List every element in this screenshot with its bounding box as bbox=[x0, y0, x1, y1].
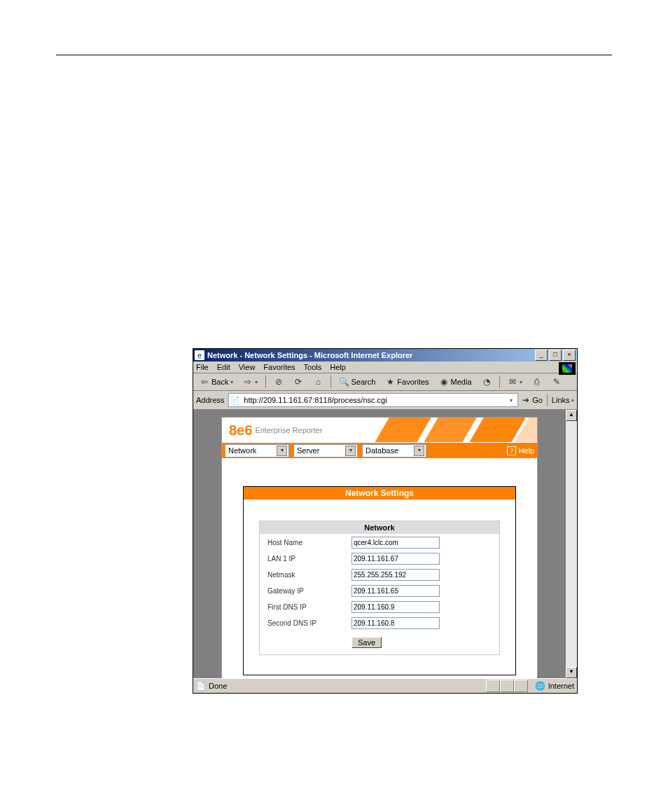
brand-bar: 8e6 Enterprise Reporter bbox=[222, 418, 537, 443]
input-lan1[interactable] bbox=[352, 553, 440, 565]
toolbar: ⇦ Back ▾ ⇨ ▾ ⊘ ⟳ ⌂ 🔍 Search ★ Favorites … bbox=[193, 373, 577, 391]
minimize-button[interactable]: _ bbox=[535, 350, 548, 361]
server-dropdown[interactable]: Server ▾ bbox=[293, 444, 358, 457]
label-gateway: Gateway IP bbox=[267, 587, 352, 595]
zone-text: Internet bbox=[548, 682, 574, 690]
titlebar: e Network - Network Settings - Microsoft… bbox=[193, 349, 577, 362]
status-cell bbox=[486, 680, 500, 692]
stop-icon: ⊘ bbox=[274, 377, 284, 387]
menu-edit[interactable]: Edit bbox=[217, 363, 230, 371]
help-link[interactable]: ? Help bbox=[507, 446, 534, 455]
input-host[interactable] bbox=[352, 537, 440, 549]
input-dns1[interactable] bbox=[352, 601, 440, 613]
separator bbox=[499, 376, 500, 388]
menu-help[interactable]: Help bbox=[330, 363, 346, 371]
scrollbar[interactable]: ▲ ▼ bbox=[565, 410, 577, 678]
maximize-button[interactable]: □ bbox=[549, 350, 562, 361]
label-dns2: Second DNS IP bbox=[267, 619, 352, 627]
row-dns2: Second DNS IP bbox=[260, 615, 499, 631]
edit-icon: ✎ bbox=[552, 377, 562, 387]
chevron-down-icon: ▾ bbox=[414, 446, 424, 456]
media-icon: ◉ bbox=[439, 377, 449, 387]
row-host: Host Name bbox=[260, 535, 499, 551]
forward-button[interactable]: ⇨ ▾ bbox=[239, 376, 261, 388]
back-arrow-icon: ⇦ bbox=[200, 377, 209, 387]
label-netmask: Netmask bbox=[267, 571, 352, 579]
history-icon: ◔ bbox=[482, 377, 492, 387]
input-netmask[interactable] bbox=[352, 569, 440, 581]
search-icon: 🔍 bbox=[339, 377, 349, 387]
label-host: Host Name bbox=[267, 539, 352, 546]
menu-file[interactable]: File bbox=[196, 363, 209, 371]
chevron-right-icon: » bbox=[571, 397, 574, 404]
network-table: Network Host Name LAN 1 IP bbox=[259, 521, 500, 655]
favorites-button[interactable]: ★ Favorites bbox=[382, 376, 432, 388]
address-bar: Address 📄 ▾ ➔ Go Links » bbox=[193, 391, 577, 410]
network-dropdown[interactable]: Network ▾ bbox=[225, 444, 289, 457]
close-button[interactable]: × bbox=[563, 350, 576, 361]
save-button[interactable]: Save bbox=[352, 637, 382, 648]
menubar: File Edit View Favorites Tools Help bbox=[193, 362, 577, 373]
chevron-down-icon[interactable]: ▾ bbox=[506, 397, 516, 404]
print-button[interactable]: ⎙ bbox=[529, 376, 545, 388]
links-button[interactable]: Links » bbox=[552, 396, 574, 404]
home-icon: ⌂ bbox=[313, 377, 323, 387]
help-icon: ? bbox=[507, 446, 516, 455]
brand-logo: 8e6 bbox=[229, 422, 252, 439]
menu-tools[interactable]: Tools bbox=[304, 363, 322, 371]
section-header: Network bbox=[260, 521, 500, 535]
menu-favorites[interactable]: Favorites bbox=[263, 363, 295, 371]
separator bbox=[265, 376, 266, 388]
scroll-track[interactable] bbox=[566, 421, 577, 667]
separator bbox=[547, 394, 548, 406]
page-divider bbox=[56, 55, 612, 55]
address-input[interactable] bbox=[242, 395, 504, 405]
settings-panel: Network Settings Network Host Name LAN 1 bbox=[243, 486, 516, 675]
brand-graphic bbox=[362, 418, 537, 443]
input-dns2[interactable] bbox=[352, 617, 440, 629]
panel-title: Network Settings bbox=[244, 487, 515, 500]
mail-button[interactable]: ✉▾ bbox=[504, 376, 526, 388]
go-icon: ➔ bbox=[521, 395, 531, 405]
history-button[interactable]: ◔ bbox=[478, 376, 495, 388]
search-button[interactable]: 🔍 Search bbox=[335, 376, 379, 388]
nav-row: Network ▾ Server ▾ Database ▾ ? Help bbox=[222, 443, 537, 458]
database-dropdown[interactable]: Database ▾ bbox=[362, 444, 426, 457]
chevron-down-icon: ▾ bbox=[345, 446, 356, 456]
input-gateway[interactable] bbox=[352, 585, 440, 597]
print-icon: ⎙ bbox=[532, 377, 542, 387]
page-icon: 📄 bbox=[196, 682, 206, 691]
refresh-button[interactable]: ⟳ bbox=[290, 376, 307, 388]
row-lan1: LAN 1 IP bbox=[260, 551, 499, 567]
star-icon: ★ bbox=[385, 377, 395, 387]
chevron-down-icon: ▾ bbox=[277, 446, 287, 456]
go-button[interactable]: ➔ Go bbox=[521, 395, 543, 405]
back-button[interactable]: ⇦ Back ▾ bbox=[196, 376, 237, 388]
separator bbox=[330, 376, 331, 388]
address-label: Address bbox=[196, 396, 224, 404]
ie-icon: e bbox=[195, 350, 204, 360]
globe-icon: 🌐 bbox=[535, 681, 545, 691]
home-button[interactable]: ⌂ bbox=[309, 376, 326, 388]
mail-icon: ✉ bbox=[508, 377, 517, 387]
label-lan1: LAN 1 IP bbox=[267, 555, 352, 563]
label-dns1: First DNS IP bbox=[267, 603, 352, 611]
stop-button[interactable]: ⊘ bbox=[270, 376, 287, 388]
row-netmask: Netmask bbox=[260, 567, 499, 583]
browser-window: e Network - Network Settings - Microsoft… bbox=[193, 348, 578, 694]
status-cell bbox=[500, 680, 514, 692]
chevron-down-icon: ▾ bbox=[230, 379, 233, 385]
scroll-up-icon[interactable]: ▲ bbox=[566, 410, 577, 421]
ie-throbber-icon bbox=[559, 362, 576, 375]
row-gateway: Gateway IP bbox=[260, 583, 499, 599]
scroll-down-icon[interactable]: ▼ bbox=[566, 667, 577, 678]
edit-button[interactable]: ✎ bbox=[548, 376, 565, 388]
media-button[interactable]: ◉ Media bbox=[436, 376, 475, 388]
page-icon: 📄 bbox=[230, 396, 240, 405]
panel-wrap: Network Settings Network Host Name LAN 1 bbox=[222, 458, 537, 678]
menu-view[interactable]: View bbox=[239, 363, 256, 371]
chevron-down-icon: ▾ bbox=[520, 379, 522, 385]
address-input-wrap[interactable]: 📄 ▾ bbox=[228, 393, 518, 407]
status-cell bbox=[514, 680, 528, 692]
content-area: ▲ ▼ 8e6 Enterprise Reporter Network ▾ Se… bbox=[193, 410, 577, 678]
